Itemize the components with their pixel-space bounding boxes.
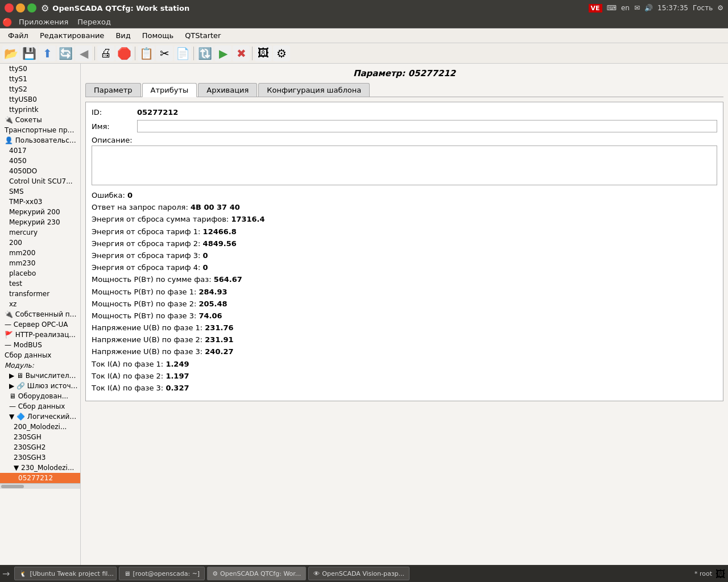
sidebar-item-mercury[interactable]: mercury: [0, 227, 80, 238]
sidebar-item-logic[interactable]: ▼ 🔷 Логический у...: [0, 411, 80, 422]
sysmenu-goto[interactable]: Переход: [73, 16, 115, 27]
name-input[interactable]: [137, 120, 717, 132]
id-value: 05277212: [137, 108, 178, 117]
sidebar-item-test[interactable]: test: [0, 278, 80, 289]
tb-image[interactable]: 🖼: [255, 45, 272, 61]
sidebar-item-mm230[interactable]: mm230: [0, 258, 80, 268]
sidebar-item-sockets[interactable]: 🔌 Сокеты: [0, 115, 80, 125]
sidebar-item-placebo[interactable]: placebo: [0, 268, 80, 278]
desc-textarea[interactable]: [92, 146, 717, 185]
menu-view[interactable]: Вид: [110, 30, 136, 41]
menubar: Файл Редактирование Вид Помощь QTStarter: [0, 28, 728, 43]
sidebar-item-4050do[interactable]: 4050DO: [0, 166, 80, 176]
tb-copy-doc[interactable]: 📋: [138, 45, 155, 61]
sidebar-item-calc[interactable]: ▶ 🖥 Вычислитель...: [0, 371, 80, 381]
sidebar-item-datacollect2[interactable]: — Сбор данных: [0, 401, 80, 411]
sidebar-hscroll[interactable]: [0, 483, 80, 489]
vision-task-icon: 👁: [313, 570, 320, 577]
tab-template-config[interactable]: Конфигурация шаблона: [258, 83, 370, 97]
data-field-val-16: 0.327: [166, 384, 189, 392]
tb-sync[interactable]: 🔃: [196, 45, 213, 61]
sidebar-item-cotrol[interactable]: Cotrol Unit SCU7...: [0, 176, 80, 186]
sidebar-item-200[interactable]: 200: [0, 238, 80, 248]
main-area: ttyS0 ttyS1 ttyS2 ttyUSB0 ttyprintk 🔌 Со…: [0, 64, 728, 565]
taskbar-item-terminal[interactable]: 🖥 [root@openscada: ~]: [119, 567, 205, 580]
sidebar-item-200molodezi[interactable]: 200_Molodezi...: [0, 422, 80, 432]
sidebar-item-mercury230[interactable]: Меркурий 230: [0, 217, 80, 227]
tb-open-folder[interactable]: 📂: [2, 45, 19, 61]
data-field-val-6: 0: [203, 263, 208, 272]
sidebar-item-gateway[interactable]: ▶ 🔗 Шлюз источн...: [0, 381, 80, 391]
tb-paste[interactable]: 📄: [174, 45, 191, 61]
name-label: Имя:: [92, 122, 137, 131]
sidebar-item-sms[interactable]: SMS: [0, 186, 80, 197]
volume-icon: 🔊: [644, 4, 653, 12]
tb-config[interactable]: ⚙: [273, 45, 290, 61]
sysmenu-apps[interactable]: Приложения: [14, 16, 73, 27]
tab-attributes[interactable]: Атрибуты: [142, 83, 197, 97]
tab-bar: Параметр Атрибуты Архивация Конфигурация…: [85, 83, 723, 97]
sidebar-item-transformer[interactable]: transformer: [0, 289, 80, 299]
maximize-button[interactable]: [27, 3, 36, 13]
tb-back[interactable]: ◀: [75, 45, 92, 61]
data-field-val-15: 1.197: [166, 372, 189, 380]
sidebar-item-230sgh[interactable]: 230SGH: [0, 432, 80, 442]
menu-edit[interactable]: Редактирование: [34, 30, 110, 41]
sidebar-item-05277212[interactable]: 05277212: [0, 473, 80, 483]
data-field-row-1: Ответ на запрос пароля: 4B 00 37 40: [92, 202, 717, 213]
sidebar-item-ttys0[interactable]: ttyS0: [0, 64, 80, 74]
sidebar-item-tmp[interactable]: TMP-xx03: [0, 197, 80, 207]
sidebar-item-mm200[interactable]: mm200: [0, 248, 80, 258]
tb-save[interactable]: 💾: [20, 45, 38, 61]
taskbar-right: * root 🖼: [694, 568, 726, 580]
menu-file[interactable]: Файл: [2, 30, 34, 41]
sidebar-item-230sgh3[interactable]: 230SGH3: [0, 452, 80, 463]
sidebar-item-mercury200[interactable]: Меркурий 200: [0, 207, 80, 217]
tb-stop[interactable]: 🛑: [115, 45, 133, 61]
sidebar-item-230sgh2[interactable]: 230SGH2: [0, 442, 80, 452]
sidebar-item-datacollect[interactable]: Сбор данных: [0, 350, 80, 360]
taskbar-item-ubuntu[interactable]: 🐧 [Ubuntu Tweak project fil...: [14, 567, 117, 580]
data-field-row-5: Энергия от сброса тариф 3: 0: [92, 251, 717, 261]
sidebar-item-ownprot[interactable]: 🔌 Собственный пр...: [0, 309, 80, 319]
sidebar-item-modbus[interactable]: — ModBUS: [0, 340, 80, 350]
sidebar-item-equipment[interactable]: 🖥 Оборудован...: [0, 391, 80, 401]
tab-parametr[interactable]: Параметр: [85, 83, 141, 97]
tb-up[interactable]: ⬆: [39, 45, 56, 61]
sidebar-item-ttyusb0[interactable]: ttyUSB0: [0, 94, 80, 105]
sidebar-item-ttys1[interactable]: ttyS1: [0, 74, 80, 84]
taskbar-item-vision[interactable]: 👁 OpenSCADA Vision-разр...: [308, 567, 410, 580]
menu-help[interactable]: Помощь: [136, 30, 179, 41]
data-field-key-11: Напряжение U(В) по фазе 1:: [92, 323, 205, 332]
data-field-row-2: Энергия от сброса сумма тарифов: 17316.4: [92, 214, 717, 225]
minimize-button[interactable]: [16, 3, 25, 13]
sidebar-item-xz[interactable]: xz: [0, 299, 80, 309]
content-title: Параметр: 05277212: [85, 68, 723, 78]
data-field-row-14: Ток I(А) по фазе 1: 1.249: [92, 359, 717, 369]
taskbar-item-qtcfg[interactable]: ⚙ OpenSCADA QTCfg: Wor...: [207, 567, 306, 580]
tb-refresh[interactable]: 🔄: [57, 45, 74, 61]
titlebar: ⚙ OpenSCADA QTCfg: Work station VE ⌨ en …: [0, 0, 728, 16]
tb-cut[interactable]: ✂: [156, 45, 173, 61]
tb-close2[interactable]: ✖: [233, 45, 250, 61]
tb-play[interactable]: ▶: [214, 45, 231, 61]
sidebar-item-4017[interactable]: 4017: [0, 146, 80, 156]
data-field-val-10: 74.06: [198, 311, 222, 320]
settings-icon[interactable]: ⚙: [717, 4, 723, 12]
menu-qtstarter[interactable]: QTStarter: [179, 30, 226, 41]
sidebar-item-opcua[interactable]: — Сервер OPC-UA: [0, 319, 80, 330]
hscroll-thumb[interactable]: [1, 485, 24, 488]
sidebar-item-transport[interactable]: Транспортные про...: [0, 125, 80, 135]
vision-task-label: OpenSCADA Vision-разр...: [322, 570, 404, 577]
sidebar-item-ttyprintk[interactable]: ttyprintk: [0, 105, 80, 115]
sidebar-item-ttys2[interactable]: ttyS2: [0, 84, 80, 94]
close-button[interactable]: [5, 3, 14, 13]
sidebar-item-http[interactable]: 🚩 HTTP-реализац...: [0, 330, 80, 340]
tab-archive[interactable]: Архивация: [198, 83, 257, 97]
data-field-val-7: 564.67: [214, 275, 242, 284]
data-field-row-7: Мощность Р(Вт) по сумме фаз: 564.67: [92, 275, 717, 285]
sidebar-item-users[interactable]: 👤 Пользовательск...: [0, 135, 80, 146]
sidebar-item-4050[interactable]: 4050: [0, 156, 80, 166]
sidebar-item-230molodezi[interactable]: ▼ 230_Molodezi...: [0, 463, 80, 473]
tb-print[interactable]: 🖨: [97, 45, 114, 61]
